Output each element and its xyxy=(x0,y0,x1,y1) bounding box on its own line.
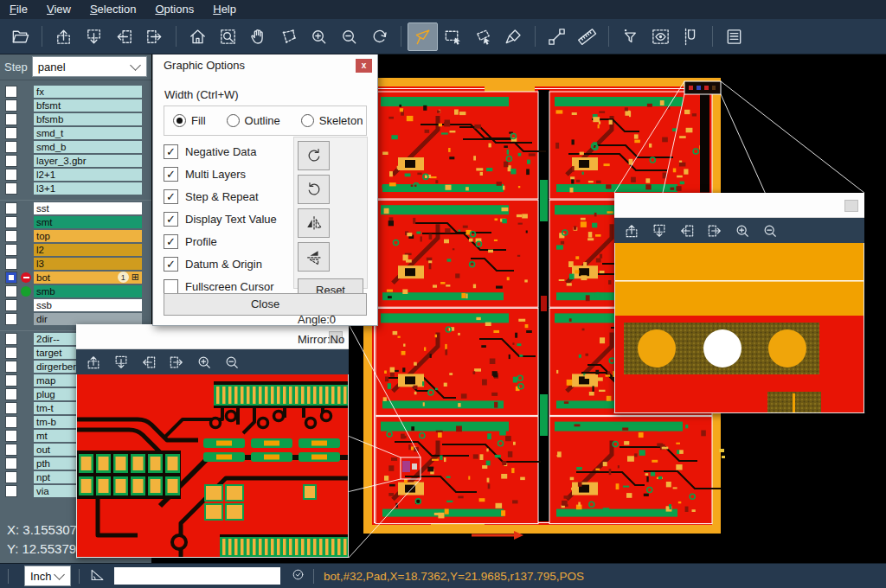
layer-visibility-checkbox[interactable] xyxy=(5,333,17,345)
layer-visibility-checkbox[interactable] xyxy=(5,285,17,297)
popup-toolbar-button-zoom-out[interactable] xyxy=(218,350,246,374)
menu-selection[interactable]: Selection xyxy=(80,0,145,19)
magnifier-right-content[interactable] xyxy=(614,243,864,413)
popup-toolbar-button-move-right[interactable] xyxy=(701,219,729,243)
step-select[interactable]: panel xyxy=(32,56,147,77)
layer-visibility-checkbox[interactable] xyxy=(5,155,17,167)
popup-toolbar-button-zoom-in[interactable] xyxy=(190,350,218,374)
layer-row-l2[interactable]: l2 xyxy=(0,243,151,256)
checkbox[interactable]: ✓ xyxy=(164,234,178,249)
toolbar-button-move-down[interactable] xyxy=(79,22,109,51)
layer-visibility-checkbox[interactable] xyxy=(5,416,17,428)
radio-circle[interactable] xyxy=(227,114,240,127)
toolbar-button-home[interactable] xyxy=(183,22,213,51)
toolbar-button-clear-highlight[interactable] xyxy=(498,22,529,51)
toolbar-button-zoom-previous[interactable] xyxy=(364,22,395,51)
toolbar-button-zoom-polygon[interactable] xyxy=(273,22,304,51)
radio-circle[interactable] xyxy=(173,114,186,127)
layer-row-smd_b[interactable]: smd_b xyxy=(0,140,151,153)
layer-visibility-checkbox[interactable] xyxy=(5,169,17,181)
layer-visibility-checkbox[interactable] xyxy=(5,99,17,112)
layer-visibility-checkbox[interactable] xyxy=(5,444,17,456)
layer-visibility-checkbox[interactable] xyxy=(5,272,17,284)
toolbar-button-move-right[interactable] xyxy=(139,22,170,51)
radio-outline[interactable]: Outline xyxy=(227,114,280,127)
layer-visibility-checkbox[interactable] xyxy=(5,230,17,242)
popup-toolbar-button-move-up[interactable] xyxy=(618,219,645,243)
checkbox[interactable]: ✓ xyxy=(164,189,178,204)
toolbar-button-move-up[interactable] xyxy=(48,22,79,51)
layer-row-bot[interactable]: bot1⊞ xyxy=(0,271,151,284)
popup-toolbar-button-move-up[interactable] xyxy=(80,350,107,374)
toolbar-button-zoom-window[interactable] xyxy=(213,22,243,51)
toolbar-button-zoom-in[interactable] xyxy=(304,22,334,51)
layer-visibility-checkbox[interactable] xyxy=(5,430,17,442)
option-profile[interactable]: ✓Profile xyxy=(164,230,277,252)
mirror-horizontal-button[interactable] xyxy=(298,208,330,238)
radio-fill[interactable]: Fill xyxy=(173,114,206,127)
layer-row-sst[interactable]: sst xyxy=(0,201,151,214)
toolbar-button-filter[interactable] xyxy=(615,22,645,51)
layer-visibility-checkbox[interactable] xyxy=(5,402,17,414)
layer-row-l2+1[interactable]: l2+1 xyxy=(0,168,151,181)
radio-circle[interactable] xyxy=(301,114,314,127)
popup-toolbar-button-move-down[interactable] xyxy=(107,350,135,374)
layer-visibility-checkbox[interactable] xyxy=(5,182,17,195)
layer-visibility-checkbox[interactable] xyxy=(5,471,17,483)
layer-visibility-checkbox[interactable] xyxy=(5,457,17,470)
layer-visibility-checkbox[interactable] xyxy=(5,347,17,359)
close-button[interactable]: Close xyxy=(164,293,367,316)
layer-visibility-checkbox[interactable] xyxy=(5,388,17,400)
layer-visibility-checkbox[interactable] xyxy=(5,141,17,153)
layer-visibility-checkbox[interactable] xyxy=(5,244,17,256)
layer-row-l3[interactable]: l3 xyxy=(0,257,151,270)
layer-visibility-checkbox[interactable] xyxy=(5,299,17,311)
toolbar-button-select-rectangle[interactable] xyxy=(438,22,468,51)
popup-toolbar-button-zoom-in[interactable] xyxy=(729,219,756,243)
layer-visibility-checkbox[interactable] xyxy=(5,374,17,387)
layer-row-l3+1[interactable]: l3+1 xyxy=(0,182,151,195)
dialog-close-button[interactable]: x xyxy=(356,59,372,73)
layer-visibility-checkbox[interactable] xyxy=(5,313,17,325)
layer-row-bfsmb[interactable]: bfsmb xyxy=(0,112,151,125)
layer-visibility-checkbox[interactable] xyxy=(5,127,17,139)
layer-visibility-checkbox[interactable] xyxy=(5,361,17,373)
checkbox[interactable]: ✓ xyxy=(164,257,178,272)
toolbar-button-snap-magnet[interactable] xyxy=(676,22,706,51)
checkbox[interactable]: ✓ xyxy=(164,212,178,227)
checkbox[interactable]: ✓ xyxy=(164,167,178,182)
angle-mode-icon[interactable] xyxy=(89,566,106,586)
layer-visibility-checkbox[interactable] xyxy=(5,113,17,125)
toolbar-button-view-options[interactable] xyxy=(645,22,676,51)
layer-visibility-checkbox[interactable] xyxy=(5,86,17,98)
sync-icon[interactable] xyxy=(291,567,305,585)
option-step-repeat[interactable]: ✓Step & Repeat xyxy=(164,185,277,208)
layer-visibility-checkbox[interactable] xyxy=(5,485,17,497)
rotate-ccw-button[interactable] xyxy=(298,175,330,204)
toolbar-button-move-left[interactable] xyxy=(109,22,139,51)
layer-row-bfsmt[interactable]: bfsmt xyxy=(0,99,151,112)
layer-row-smt[interactable]: smt xyxy=(0,215,151,228)
checkbox[interactable]: ✓ xyxy=(164,144,178,159)
menu-options[interactable]: Options xyxy=(145,0,203,19)
rotate-cw-button[interactable] xyxy=(298,141,330,170)
layer-row-fx[interactable]: fx xyxy=(0,85,151,98)
layer-visibility-checkbox[interactable] xyxy=(5,202,17,214)
option-datum-origin[interactable]: ✓Datum & Origin xyxy=(164,252,277,275)
mirror-vertical-button[interactable] xyxy=(298,242,330,272)
toolbar-button-select-arrow[interactable] xyxy=(408,22,438,51)
option-negative-data[interactable]: ✓Negative Data xyxy=(164,140,277,163)
toolbar-button-select-polygon[interactable] xyxy=(468,22,498,51)
layer-row-top[interactable]: top xyxy=(0,229,151,242)
toolbar-button-open-folder[interactable] xyxy=(5,22,35,51)
menu-file[interactable]: File xyxy=(0,0,37,19)
layer-row-ssb[interactable]: ssb xyxy=(0,298,151,311)
toolbar-button-zoom-out[interactable] xyxy=(334,22,364,51)
option-display-text-value[interactable]: ✓Display Text Value xyxy=(164,208,277,230)
layer-row-layer_3.gbr[interactable]: layer_3.gbr xyxy=(0,154,151,167)
layer-row-smb[interactable]: smb xyxy=(0,284,151,297)
menu-help[interactable]: Help xyxy=(203,0,246,19)
layer-visibility-checkbox[interactable] xyxy=(5,258,17,270)
popup-toolbar-button-move-left[interactable] xyxy=(673,219,701,243)
popup-toolbar-button-move-down[interactable] xyxy=(645,219,673,243)
